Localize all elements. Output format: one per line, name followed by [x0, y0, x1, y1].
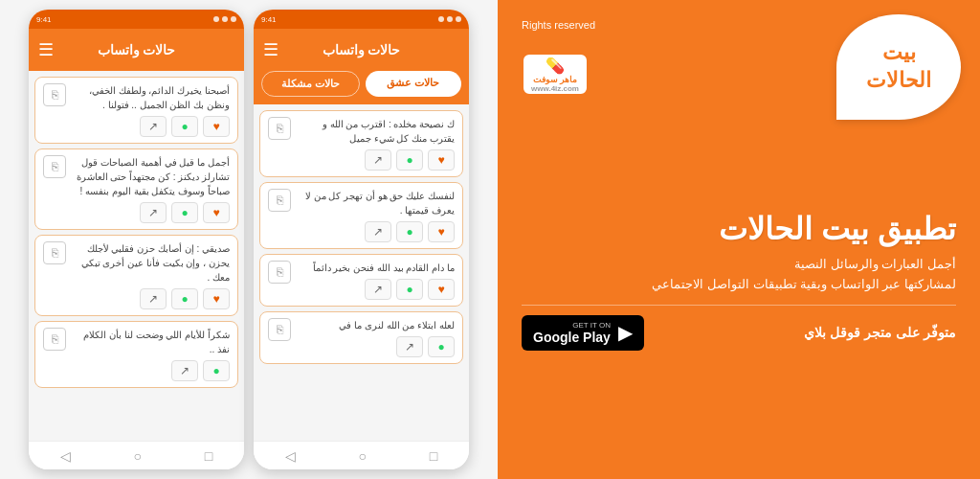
- card-2-actions: ♥ ● ↗: [71, 202, 230, 223]
- card-1-text: أصبحنا يخيرك الدائم، ولطفك الخفي، ونظن ب…: [71, 83, 230, 112]
- status-dot: [222, 16, 228, 22]
- status-dot: [456, 16, 461, 22]
- card-1: ⎘ أصبحنا يخيرك الدائم، ولطفك الخفي، ونظن…: [34, 77, 238, 144]
- p2-card-1-text: ك نصيحة مخلده : اقترب من الله و يقترب من…: [296, 117, 455, 146]
- mahir-label: ماهر سوفت: [531, 75, 579, 84]
- play-store-icon: ▶: [618, 321, 633, 344]
- p2-card-4-text: لعله ابتلاء من الله لنرى ما في: [296, 318, 455, 332]
- p2-card-2-actions: ♥ ● ↗: [296, 221, 455, 242]
- phone2-header: ☰ حالات واتساب: [254, 29, 469, 71]
- status-icons: [213, 16, 236, 22]
- p2-card-1-actions: ♥ ● ↗: [296, 149, 455, 171]
- card-4-actions: ● ↗: [71, 360, 230, 381]
- nav-home[interactable]: ○: [134, 448, 142, 464]
- p2-whatsapp-btn-3[interactable]: ●: [396, 279, 423, 300]
- available-text: متوفّر على متجر قوقل بلاي: [804, 325, 956, 340]
- p2-copy-btn-2[interactable]: ⎘: [268, 189, 291, 212]
- p2-share-btn-2[interactable]: ↗: [365, 221, 391, 242]
- status-dot: [213, 16, 219, 22]
- whatsapp-btn-1[interactable]: ●: [171, 116, 198, 137]
- p2-heart-btn-1[interactable]: ♥: [428, 149, 455, 171]
- card-2-text: أجمل ما قيل في أهمية الصباحات قول تشارلز…: [71, 155, 230, 198]
- app-title: تطبيق بيت الحالات: [719, 211, 956, 247]
- card-3: ⎘ صديقي : إن أصابك حزن فقلبي لأجلك يحزن …: [34, 235, 238, 316]
- p2-whatsapp-btn-2[interactable]: ●: [396, 221, 423, 242]
- bottom-row: متوفّر على متجر قوقل بلاي ▶ GET IT ON Go…: [522, 315, 956, 351]
- phone2-content: ⎘ ك نصيحة مخلده : اقترب من الله و يقترب …: [254, 104, 469, 441]
- p2-copy-btn-3[interactable]: ⎘: [268, 261, 291, 284]
- logo-text-line1: بيت: [882, 39, 916, 67]
- app-subtitle: أجمل العبارات والرسائل النصية لمشاركتها …: [652, 255, 956, 295]
- p2-card-3: ⎘ ما دام القادم بيد الله فنحن بخير دائما…: [259, 254, 463, 307]
- phone2-tabs: حالات عشق حالات مشكلة: [254, 71, 469, 104]
- phone1-content: ⎘ أصبحنا يخيرك الدائم، ولطفك الخفي، ونظن…: [29, 71, 244, 441]
- p2-card-4: ⎘ لعله ابتلاء من الله لنرى ما في ● ↗: [259, 311, 463, 364]
- p2-share-btn-1[interactable]: ↗: [365, 149, 391, 171]
- phone2-mockup: 9:41 ☰ حالات واتساب حالات عشق حالات مشكل…: [254, 10, 469, 469]
- copy-btn-4[interactable]: ⎘: [43, 328, 66, 351]
- play-text-large: Google Play: [533, 330, 611, 345]
- share-btn-1[interactable]: ↗: [140, 116, 167, 137]
- share-btn-3[interactable]: ↗: [140, 288, 167, 309]
- nav-back[interactable]: ◁: [60, 448, 71, 464]
- heart-btn-2[interactable]: ♥: [203, 202, 230, 223]
- google-play-badge[interactable]: ▶ GET IT ON Google Play: [522, 315, 644, 351]
- card-1-actions: ♥ ● ↗: [71, 116, 230, 137]
- p2-card-4-actions: ● ↗: [296, 336, 455, 357]
- menu-icon[interactable]: ☰: [38, 39, 54, 60]
- whatsapp-btn-4[interactable]: ●: [203, 360, 230, 381]
- p2-heart-btn-3[interactable]: ♥: [428, 279, 455, 300]
- card-3-actions: ♥ ● ↗: [71, 288, 230, 309]
- card-3-text: صديقي : إن أصابك حزن فقلبي لأجلك يحزن ، …: [71, 241, 230, 285]
- phone2-nav-bar: ◁ ○ □: [254, 441, 469, 469]
- p2-nav-recent[interactable]: □: [430, 448, 437, 464]
- p2-whatsapp-btn-4[interactable]: ●: [428, 336, 455, 357]
- phone2-status-icons: [438, 16, 461, 22]
- p2-nav-back[interactable]: ◁: [285, 448, 296, 464]
- logo-bubble: بيت الحالات: [836, 14, 961, 120]
- card-4: ⎘ شكراً للأيام اللي وضحت لنا بأن الكلام …: [34, 321, 238, 388]
- whatsapp-btn-2[interactable]: ●: [171, 202, 198, 223]
- share-btn-4[interactable]: ↗: [171, 360, 198, 381]
- p2-card-2: ⎘ لنفسك عليك حق هو أن تهجر كل من لا يعرف…: [259, 182, 463, 249]
- p2-card-3-actions: ♥ ● ↗: [296, 279, 455, 300]
- status-dot: [447, 16, 453, 22]
- p2-copy-btn-1[interactable]: ⎘: [268, 117, 291, 140]
- p2-whatsapp-btn-1[interactable]: ●: [396, 149, 423, 171]
- logo-text-line2: الحالات: [866, 67, 931, 95]
- p2-copy-btn-4[interactable]: ⎘: [268, 318, 291, 341]
- phone1-header: ☰ حالات واتساب: [29, 29, 244, 71]
- p2-card-2-text: لنفسك عليك حق هو أن تهجر كل من لا يعرف ق…: [296, 189, 455, 217]
- p2-nav-home[interactable]: ○: [359, 448, 367, 464]
- phone1-mockup: 9:41 ☰ حالات واتساب ⎘ أصبحنا يخيرك الدائ…: [29, 10, 244, 469]
- heart-btn-3[interactable]: ♥: [203, 288, 230, 309]
- p2-share-btn-3[interactable]: ↗: [365, 279, 391, 300]
- phone1-status-bar: 9:41: [29, 10, 244, 29]
- rights-reserved: Rights reserved: [522, 19, 595, 31]
- divider: [522, 305, 956, 306]
- mahir-logo: 💊 ماهر سوفت www.4iz.com: [522, 53, 589, 96]
- phones-section: 9:41 ☰ حالات واتساب ⎘ أصبحنا يخيرك الدائ…: [0, 0, 498, 479]
- whatsapp-btn-3[interactable]: ●: [171, 288, 198, 309]
- copy-btn-1[interactable]: ⎘: [43, 83, 66, 106]
- mahir-url: www.4iz.com: [531, 84, 579, 93]
- phone1-nav-bar: ◁ ○ □: [29, 441, 244, 469]
- phone2-header-title: حالات واتساب: [323, 42, 401, 57]
- nav-recent[interactable]: □: [205, 448, 212, 464]
- right-section: بيت الحالات Rights reserved 💊 ماهر سوفت …: [498, 0, 980, 479]
- phone2-status-bar: 9:41: [254, 10, 469, 29]
- play-text: GET IT ON Google Play: [533, 321, 611, 345]
- copy-btn-2[interactable]: ⎘: [43, 155, 66, 178]
- share-btn-2[interactable]: ↗: [140, 202, 167, 223]
- tab-mushkila[interactable]: حالات مشكلة: [261, 71, 360, 97]
- play-text-small: GET IT ON: [533, 321, 611, 330]
- status-dot: [231, 16, 236, 22]
- p2-heart-btn-2[interactable]: ♥: [428, 221, 455, 242]
- tab-ishq[interactable]: حالات عشق: [366, 71, 462, 97]
- subtitle-line1: أجمل العبارات والرسائل النصية: [652, 255, 956, 275]
- p2-card-1: ⎘ ك نصيحة مخلده : اقترب من الله و يقترب …: [259, 110, 463, 177]
- copy-btn-3[interactable]: ⎘: [43, 241, 66, 264]
- p2-share-btn-4[interactable]: ↗: [396, 336, 423, 357]
- heart-btn-1[interactable]: ♥: [203, 116, 230, 137]
- phone2-menu-icon[interactable]: ☰: [263, 39, 278, 60]
